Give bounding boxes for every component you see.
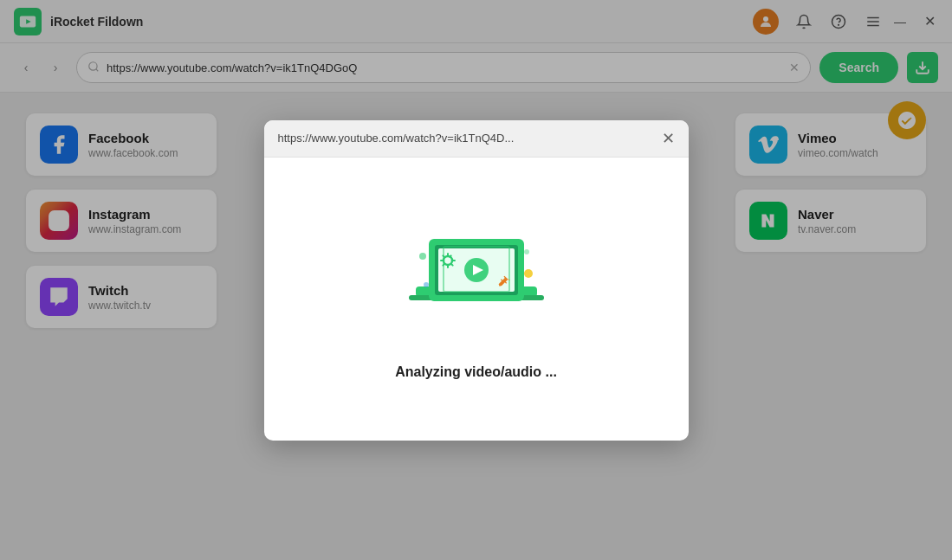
modal-body: Analyzing video/audio ... — [264, 158, 689, 441]
svg-point-25 — [524, 249, 529, 254]
svg-point-23 — [524, 269, 533, 278]
modal-overlay: https://www.youtube.com/watch?v=ik1TnQ4D… — [0, 0, 952, 560]
modal-header: https://www.youtube.com/watch?v=ik1TnQ4D… — [264, 120, 689, 158]
laptop-illustration — [390, 209, 563, 338]
svg-point-24 — [424, 282, 429, 287]
modal-dialog: https://www.youtube.com/watch?v=ik1TnQ4D… — [264, 120, 689, 441]
svg-point-22 — [419, 253, 426, 260]
modal-title: https://www.youtube.com/watch?v=ik1TnQ4D… — [278, 132, 515, 145]
modal-close-button[interactable]: ✕ — [662, 131, 675, 146]
analyzing-text: Analyzing video/audio ... — [395, 364, 557, 380]
